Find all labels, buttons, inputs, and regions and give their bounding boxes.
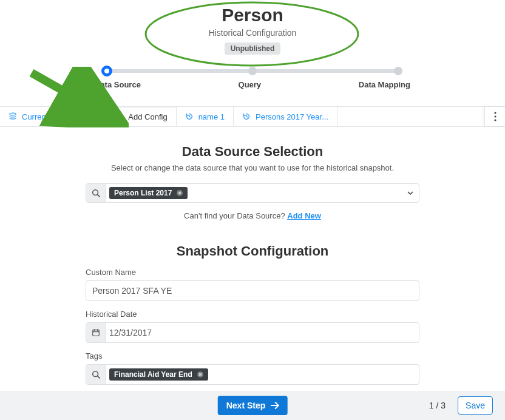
tag-chip[interactable]: Financial Aid Year End xyxy=(109,368,208,381)
svg-point-4 xyxy=(494,115,496,117)
search-icon[interactable] xyxy=(86,184,106,202)
tags-label: Tags xyxy=(86,351,419,361)
tab-label: Persons 2017 Year... xyxy=(256,112,328,121)
save-button[interactable]: Save xyxy=(458,396,493,415)
history-icon xyxy=(242,112,251,121)
kebab-icon xyxy=(494,112,497,121)
tags-input[interactable]: Financial Aid Year End xyxy=(86,364,419,385)
svg-line-7 xyxy=(97,195,100,197)
next-step-button[interactable]: Next Step xyxy=(218,396,288,415)
arrow-right-icon xyxy=(270,402,279,409)
tab-label: Add Config xyxy=(128,112,167,121)
step-dot-query[interactable] xyxy=(248,67,257,75)
step-label: Data Source xyxy=(95,80,141,89)
svg-point-3 xyxy=(494,112,496,113)
remove-chip-icon[interactable] xyxy=(177,190,183,196)
data-source-select[interactable]: Person List 2017 xyxy=(86,183,419,203)
remove-chip-icon[interactable] xyxy=(197,371,203,378)
search-icon[interactable] xyxy=(86,365,106,384)
svg-point-2 xyxy=(10,113,16,115)
step-dot-data-mapping[interactable] xyxy=(394,67,402,75)
data-source-help: Can't find your Data Source? Add New xyxy=(86,211,419,220)
page-title: Person xyxy=(0,5,505,25)
chip-label: Financial Aid Year End xyxy=(114,370,192,379)
page-subtitle: Historical Configuration xyxy=(0,28,505,38)
tab-current-configuration[interactable]: Current Configuration xyxy=(0,107,106,126)
tab-history-persons-2017[interactable]: Persons 2017 Year... xyxy=(234,107,337,126)
button-label: Next Step xyxy=(226,401,266,410)
svg-line-14 xyxy=(97,376,100,379)
section-title-snapshot: Snapshot Configuration xyxy=(0,243,505,259)
plus-icon xyxy=(115,113,123,121)
tab-label: Current Configuration xyxy=(22,112,97,121)
tabs-overflow-menu[interactable] xyxy=(484,107,505,126)
chevron-down-icon xyxy=(407,191,413,195)
svg-rect-9 xyxy=(92,330,99,336)
tab-history-name1[interactable]: name 1 xyxy=(177,107,234,126)
historical-date-input[interactable]: 12/31/2017 xyxy=(86,322,419,343)
wizard-footer: Next Step 1 / 3 Save xyxy=(0,391,505,420)
config-tabs: Current Configuration Add Config name 1 … xyxy=(0,106,505,127)
svg-point-5 xyxy=(494,119,496,121)
page-indicator: 1 / 3 xyxy=(429,401,446,410)
chip-label: Person List 2017 xyxy=(114,189,172,197)
calendar-icon[interactable] xyxy=(86,323,106,342)
status-badge: Unpublished xyxy=(225,42,281,55)
section-subtitle-data-source: Select or change the data source that yo… xyxy=(0,163,505,172)
step-label: Data Mapping xyxy=(359,80,410,89)
step-label: Query xyxy=(239,80,262,89)
section-title-data-source: Data Source Selection xyxy=(0,144,505,160)
historical-date-value: 12/31/2017 xyxy=(109,328,152,337)
tab-add-config[interactable]: Add Config xyxy=(106,107,176,126)
step-dot-data-source[interactable] xyxy=(101,66,112,76)
data-source-chip[interactable]: Person List 2017 xyxy=(109,187,188,199)
historical-date-label: Historical Date xyxy=(86,310,419,319)
wizard-stepper: Data Source Query Data Mapping xyxy=(95,66,410,89)
add-new-data-source-link[interactable]: Add New xyxy=(287,211,321,220)
custom-name-label: Custom Name xyxy=(86,268,419,277)
stack-icon xyxy=(8,112,17,121)
dropdown-caret[interactable] xyxy=(402,184,419,202)
custom-name-input[interactable] xyxy=(86,280,419,301)
page-header: Person Historical Configuration Unpublis… xyxy=(0,0,505,57)
history-icon xyxy=(185,112,194,121)
tab-label: name 1 xyxy=(198,112,225,121)
